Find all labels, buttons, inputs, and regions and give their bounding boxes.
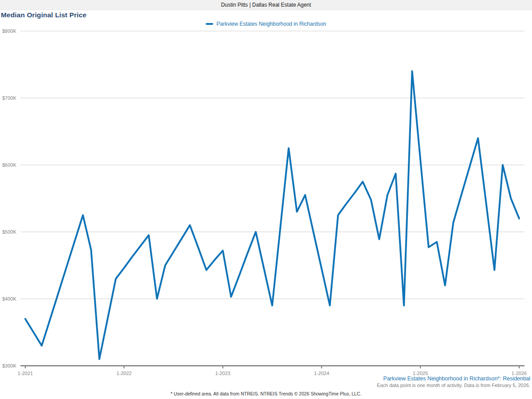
line-chart: $300K$400K$500K$600K$700K$800K1-20211-20… [0, 0, 532, 399]
series-note: Parkview Estates Neighborhood in Richard… [383, 376, 530, 382]
y-axis-label: $500K [2, 229, 16, 235]
x-axis-label: 1-2024 [314, 371, 329, 376]
y-axis-label: $800K [2, 28, 16, 34]
footer-disclaimer: * User-defined area. All data from NTREI… [0, 391, 532, 396]
y-axis-label: $400K [2, 296, 16, 301]
y-axis-label: $700K [2, 95, 16, 101]
y-axis-label: $600K [2, 162, 16, 168]
x-axis-label: 1-2022 [117, 371, 132, 376]
data-note: Each data point is one month of activity… [377, 383, 530, 388]
x-axis-label: 1-2021 [18, 371, 33, 376]
report-page: Dustin Pitts | Dallas Real Estate Agent … [0, 0, 532, 399]
series-line-parkview-estates[interactable] [25, 71, 519, 359]
y-axis-label: $300K [2, 363, 16, 368]
x-axis-label: 1-2023 [215, 371, 230, 376]
